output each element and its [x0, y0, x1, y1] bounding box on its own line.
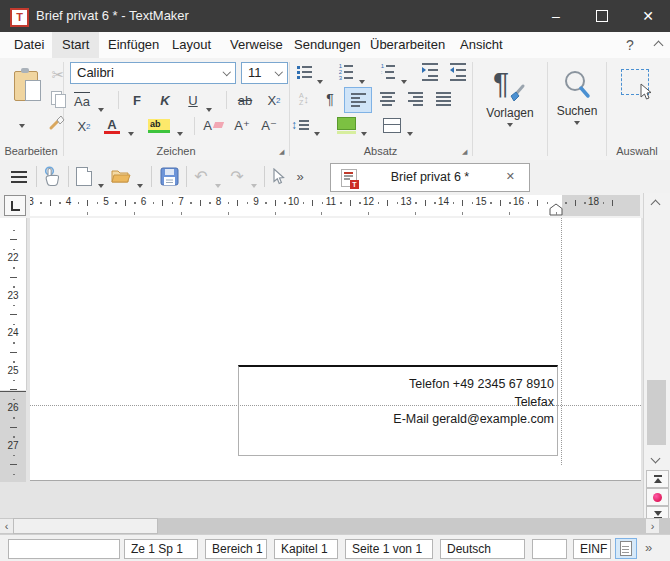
- previous-page-button[interactable]: [646, 470, 669, 488]
- font-color-dropdown[interactable]: [128, 122, 134, 140]
- maximize-button[interactable]: [583, 0, 621, 32]
- touch-mode-button[interactable]: [41, 164, 63, 188]
- v-ruler[interactable]: 222324252627: [0, 218, 28, 481]
- subscript-button[interactable]: X2: [262, 90, 286, 110]
- bold-button[interactable]: F: [126, 90, 148, 110]
- toolbar-more-button[interactable]: »: [292, 166, 308, 186]
- h-scrollbar-thumb[interactable]: [13, 518, 158, 534]
- italic-button[interactable]: K: [154, 90, 176, 110]
- line-spacing-button[interactable]: ↕: [288, 114, 312, 136]
- shading-button[interactable]: [334, 114, 358, 136]
- change-case-button[interactable]: Aa: [70, 90, 94, 110]
- status-chapter[interactable]: Kapitel 1: [274, 539, 338, 559]
- menu-layout[interactable]: Layout: [162, 32, 221, 58]
- undo-dropdown[interactable]: [215, 174, 221, 192]
- scroll-down-icon[interactable]: [651, 454, 661, 464]
- paste-button[interactable]: [8, 64, 46, 106]
- font-size-combo[interactable]: 11: [241, 62, 288, 84]
- numbered-list-dropdown[interactable]: [359, 70, 365, 88]
- decrease-indent-button[interactable]: [447, 62, 469, 82]
- scroll-left-icon[interactable]: ‹: [0, 519, 13, 533]
- redo-button[interactable]: ↷: [227, 164, 247, 188]
- menu-ueberarbeiten[interactable]: Überarbeiten: [360, 32, 455, 58]
- status-line-column[interactable]: Ze 1 Sp 1: [124, 539, 198, 559]
- status-insert-mode[interactable]: EINF: [573, 539, 611, 559]
- help-button[interactable]: ?: [620, 32, 640, 58]
- menu-datei[interactable]: Datei: [4, 32, 54, 58]
- outline-list-dropdown[interactable]: [401, 70, 407, 88]
- new-document-icon: [76, 167, 92, 186]
- highlight-dropdown[interactable]: [177, 122, 183, 140]
- bullet-list-dropdown[interactable]: [317, 70, 323, 88]
- status-language[interactable]: Deutsch: [440, 539, 525, 559]
- highlight-button[interactable]: ab: [145, 114, 173, 138]
- borders-dropdown[interactable]: [407, 122, 413, 140]
- browse-object-button[interactable]: [646, 488, 669, 506]
- grow-font-button[interactable]: A⁺: [231, 114, 253, 136]
- menu-sendungen[interactable]: Sendungen: [284, 32, 371, 58]
- h-ruler[interactable]: 34567891011121314151618: [30, 195, 640, 216]
- align-center-button[interactable]: [376, 88, 398, 110]
- font-color-button[interactable]: A: [100, 114, 124, 138]
- open-button[interactable]: [110, 165, 132, 187]
- sort-button[interactable]: AZ ↕: [293, 88, 315, 110]
- scroll-up-icon[interactable]: [651, 200, 661, 210]
- minimize-button[interactable]: –: [537, 0, 575, 32]
- v-scrollbar-thumb[interactable]: [647, 380, 666, 445]
- cursor-arrow-icon: [272, 168, 286, 185]
- document-tab-close[interactable]: ✕: [506, 170, 515, 183]
- tab-stop-selector[interactable]: [4, 195, 26, 216]
- page-view-button[interactable]: [615, 538, 637, 559]
- cut-button[interactable]: ✂: [48, 66, 68, 84]
- document-tab[interactable]: T Brief privat 6 * ✕: [330, 163, 530, 192]
- line-spacing-dropdown[interactable]: [314, 122, 320, 140]
- new-document-button[interactable]: [74, 165, 94, 187]
- copy-button[interactable]: [48, 90, 68, 108]
- shrink-font-button[interactable]: A⁻: [258, 114, 280, 136]
- new-document-dropdown[interactable]: [98, 174, 104, 192]
- superscript-button[interactable]: X2: [72, 116, 96, 136]
- font-name-combo[interactable]: Calibri: [70, 62, 236, 84]
- menu-verweise[interactable]: Verweise: [220, 32, 293, 58]
- vorlagen-button[interactable]: ¶ Vorlagen: [478, 62, 542, 130]
- align-left-button[interactable]: [344, 87, 372, 113]
- selection-mode-button[interactable]: [612, 62, 664, 106]
- justify-button[interactable]: [432, 88, 454, 110]
- menu-einfuegen[interactable]: Einfügen: [98, 32, 169, 58]
- save-button[interactable]: [158, 165, 180, 187]
- status-section[interactable]: Bereich 1: [205, 539, 267, 559]
- redo-dropdown[interactable]: [251, 174, 257, 192]
- h-ruler-tick: [612, 200, 613, 206]
- text-frame[interactable]: Telefon +49 2345 67 8910 Telefax E-Mail …: [238, 365, 558, 456]
- paste-dropdown[interactable]: [19, 114, 25, 132]
- show-paragraph-marks-button[interactable]: ¶: [321, 88, 339, 110]
- close-button[interactable]: ✕: [629, 0, 667, 32]
- status-page[interactable]: Seite 1 von 1: [345, 539, 433, 559]
- suchen-button[interactable]: Suchen: [551, 62, 603, 130]
- open-dropdown[interactable]: [137, 174, 143, 192]
- scroll-right-icon[interactable]: ›: [646, 519, 659, 533]
- bullet-list-button[interactable]: [293, 62, 315, 82]
- undo-button[interactable]: ↶: [191, 164, 211, 188]
- object-mode-button[interactable]: [269, 164, 289, 188]
- outline-list-button[interactable]: 1 : 1: [377, 62, 399, 82]
- underline-button[interactable]: U: [182, 90, 204, 110]
- hamburger-menu-button[interactable]: [8, 166, 30, 187]
- numbered-list-button[interactable]: 1 2 3: [335, 62, 357, 82]
- shading-dropdown[interactable]: [361, 122, 367, 140]
- menu-ansicht[interactable]: Ansicht: [450, 32, 513, 58]
- v-scrollbar[interactable]: [643, 193, 670, 518]
- collapse-ribbon-icon[interactable]: [654, 41, 664, 51]
- strikethrough-button[interactable]: ab: [233, 90, 257, 110]
- borders-button[interactable]: [380, 114, 404, 136]
- status-more-button[interactable]: »: [645, 540, 652, 555]
- h-scrollbar[interactable]: ‹ ›: [0, 518, 670, 534]
- format-painter-button[interactable]: [46, 112, 68, 132]
- document-canvas[interactable]: 222324252627 Telefon +49 2345 67 8910 Te…: [0, 218, 643, 518]
- clear-formatting-button[interactable]: A: [200, 114, 226, 136]
- increase-indent-button[interactable]: [419, 62, 441, 82]
- zeichen-dialog-launcher[interactable]: ◢: [279, 148, 284, 156]
- align-right-button[interactable]: [404, 88, 426, 110]
- absatz-dialog-launcher[interactable]: ◢: [462, 148, 467, 156]
- menu-start[interactable]: Start: [52, 32, 99, 58]
